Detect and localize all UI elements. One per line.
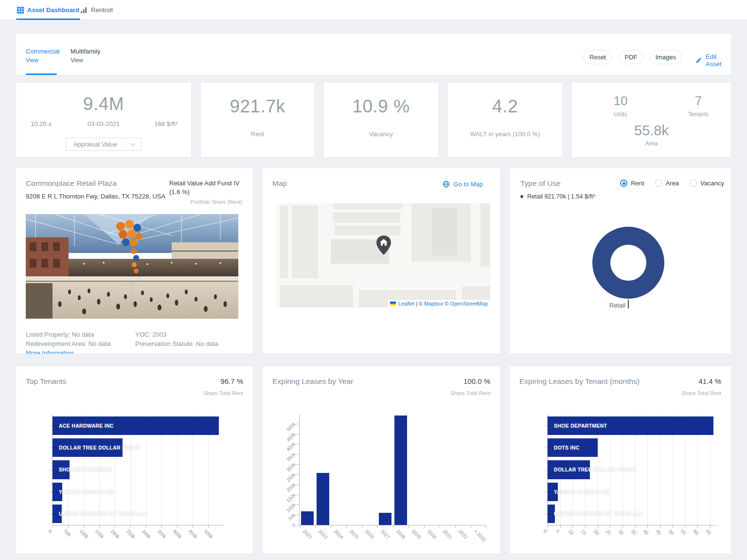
radio-dot xyxy=(655,180,662,187)
radio-label: Vacancy xyxy=(700,180,724,187)
tab-asset-dashboard[interactable]: Asset Dashboard xyxy=(16,0,80,20)
x-tick-label: 25 xyxy=(605,528,613,536)
axis-tick xyxy=(297,434,300,434)
x-tick-label: 20 xyxy=(592,528,600,536)
edit-asset-label: Edit Asset xyxy=(706,53,731,68)
kpi-area-value: 55.8k xyxy=(572,123,731,139)
axis-tick xyxy=(471,525,471,528)
axis-tick xyxy=(297,454,300,454)
map-block xyxy=(480,203,490,267)
detail-yoc: YOC: 2003 xyxy=(135,330,166,339)
leaflet-link[interactable]: Leaflet xyxy=(398,301,414,307)
axis-tick xyxy=(622,525,623,528)
axis-tick xyxy=(545,492,548,492)
axis-tick xyxy=(455,525,456,528)
radio-rent[interactable]: Rent xyxy=(620,180,644,187)
select-value: Appraisal Value xyxy=(73,141,117,148)
axis-tick xyxy=(673,525,673,528)
fund-name: Retail Value Add Fund IV (1.6 %) Portfol… xyxy=(169,179,242,206)
axis-tick xyxy=(297,515,300,515)
dashboard-grid-icon xyxy=(17,7,24,14)
bar-label: SHOE DEPARTMENT xyxy=(554,423,607,429)
go-to-map-link[interactable]: Go to Map xyxy=(443,181,483,188)
axis-tick xyxy=(545,448,548,448)
expiring-leases-year-card: Expiring Leases by Year 100.0 % Share To… xyxy=(263,366,500,554)
bar xyxy=(317,473,329,525)
x-tick-label: 65 xyxy=(705,528,712,536)
map-viewport[interactable]: Leaflet | © Mapbox © OpenStreetMap xyxy=(276,203,490,307)
x-tick-label: 10 xyxy=(568,528,575,536)
bar xyxy=(379,513,391,525)
share-value: 100.0 % xyxy=(463,377,490,385)
x-tick-label: 350k xyxy=(156,528,167,540)
axis-tick xyxy=(572,525,573,528)
bar: DOLLAR TREE DOLLAR STORE xyxy=(53,438,123,457)
bar-label: DOLLAR TREE DOLLAR STORE xyxy=(554,467,635,472)
axis-tick xyxy=(424,525,425,528)
x-tick-label: 250k xyxy=(125,528,136,540)
axis-tick xyxy=(440,525,440,528)
more-information-link[interactable]: More Information xyxy=(26,349,73,354)
axis-tick xyxy=(300,525,300,528)
axis-tick xyxy=(297,485,300,485)
kpi-value: 9.4M xyxy=(16,94,191,114)
active-tab-underline xyxy=(16,18,80,20)
bar-label: YANKEE CANDLE CO xyxy=(554,489,609,495)
map-title: Map xyxy=(272,179,287,188)
type-of-use-card: Type of Use Rent Area Vacancy Retail 921… xyxy=(510,168,731,354)
fund-line1: Retail Value Add Fund IV xyxy=(169,179,242,188)
x-tick-label: 55 xyxy=(679,528,687,536)
axis-tick xyxy=(53,525,53,528)
reset-button[interactable]: Reset xyxy=(583,50,612,64)
x-tick-label: 40 xyxy=(642,528,650,536)
ukraine-flag-icon xyxy=(390,302,396,306)
x-tick-label: 2024 xyxy=(333,528,344,540)
tab-label: Asset Dashboard xyxy=(27,6,79,14)
property-title: Commonplace Retail Plaza xyxy=(26,179,117,188)
edit-asset-link[interactable]: Edit Asset xyxy=(695,53,731,68)
tab-commercial-view[interactable]: Commercial View xyxy=(26,47,59,65)
bar-label: UNITED FASHIONS OF TEXAS LLC xyxy=(554,511,643,517)
rentroll-bars-icon xyxy=(81,7,88,13)
top-navbar: Asset Dashboard Rentroll xyxy=(0,0,747,20)
tab-multifamily-view[interactable]: Multifamily View xyxy=(71,47,100,65)
appraisal-value-select[interactable]: Appraisal Value xyxy=(66,138,142,151)
openstreetmap-link[interactable]: OpenStreetMap xyxy=(450,301,488,307)
share-label: Share Total Rent xyxy=(450,390,490,396)
kpi-label: Vacancy xyxy=(324,130,438,138)
view-header-card: Commercial View Multifamily View Reset P… xyxy=(16,34,731,75)
images-button[interactable]: Images xyxy=(650,50,682,64)
x-tick-label: 500k xyxy=(203,528,214,540)
attr-separator: | xyxy=(416,301,417,307)
axis-tick xyxy=(297,424,300,424)
kpi-card-vacancy: 10.9 % Vacancy xyxy=(324,83,438,157)
x-tick-label: 60 xyxy=(692,528,700,536)
detail-redevelopment: Redevelopment Area: No data xyxy=(26,339,110,348)
bar xyxy=(394,415,407,525)
kpi-label: WALT in years (100.0 %) xyxy=(448,130,562,138)
axis-tick xyxy=(115,525,115,528)
map-block xyxy=(432,208,457,256)
axis-tick xyxy=(177,525,178,528)
tab-sublabel: View xyxy=(71,56,100,65)
radio-dot xyxy=(690,180,697,187)
x-tick-label: 45 xyxy=(655,528,662,536)
top-tenants-card: Top Tenants 96.7 % Share Total Rent 050k… xyxy=(16,366,253,554)
radio-area[interactable]: Area xyxy=(655,180,679,187)
pdf-button[interactable]: PDF xyxy=(619,50,643,64)
kpi-value: 921.7k xyxy=(201,96,314,117)
radio-vacancy[interactable]: Vacancy xyxy=(690,180,724,187)
tab-rentroll[interactable]: Rentroll xyxy=(81,0,113,20)
map-block xyxy=(280,205,288,278)
detail-preservation: Preservation Statute: No data xyxy=(135,339,218,348)
mapbox-link[interactable]: Mapbox xyxy=(424,301,443,307)
share-label: Share Total Rent xyxy=(681,390,721,396)
axis-tick xyxy=(84,525,84,528)
axis-tick xyxy=(585,525,586,528)
map-marker-pin[interactable] xyxy=(375,235,392,257)
axis-tick xyxy=(548,525,548,528)
axis-tick xyxy=(545,514,548,514)
axis-tick xyxy=(486,525,486,528)
property-address: 9208 E R L Thornton Fwy, Dallas, TX 7522… xyxy=(26,193,165,200)
axis-tick xyxy=(50,426,53,426)
